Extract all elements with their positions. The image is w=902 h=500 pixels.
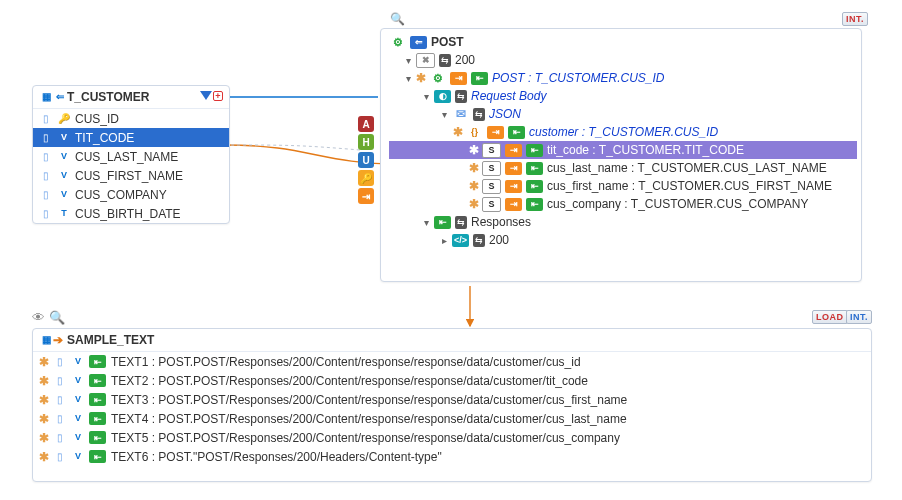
funnel-icon — [200, 91, 212, 100]
sample-row[interactable]: ✱▯V⇤TEXT1 : POST.POST/Responses/200/Cont… — [33, 352, 871, 371]
tool-u-icon[interactable]: U — [358, 152, 374, 168]
magnifier-icon[interactable]: 🔍 — [390, 12, 406, 28]
tree-node-200-top[interactable]: ▾ ✖ ⇆ 200 — [389, 51, 857, 69]
table-panel-sample-text[interactable]: ▦ ➔ SAMPLE_TEXT ✱▯V⇤TEXT1 : POST.POST/Re… — [32, 328, 872, 482]
out-icon: ⇥ — [487, 126, 504, 139]
code-icon: </> — [452, 234, 469, 247]
panel-title: ▦ ⇐ T_CUSTOMER + — [33, 86, 229, 109]
varchar-icon: V — [57, 169, 71, 183]
key-icon: 🔑 — [57, 112, 71, 126]
asterisk-icon: ✱ — [39, 431, 49, 445]
tool-a-icon[interactable]: A — [358, 116, 374, 132]
in-icon: ⇤ — [89, 431, 106, 444]
asterisk-icon: ✱ — [39, 412, 49, 426]
node-label: Responses — [471, 215, 531, 229]
asterisk-icon: ✱ — [469, 197, 479, 211]
column-icon: ▯ — [39, 131, 53, 145]
column-row-tit-code[interactable]: ▯ V TIT_CODE — [33, 128, 229, 147]
caret-icon: ▾ — [421, 217, 431, 228]
caret-icon: ▾ — [403, 73, 413, 84]
sample-row[interactable]: ✱▯V⇤TEXT3 : POST.POST/Responses/200/Cont… — [33, 390, 871, 409]
column-icon: ▯ — [39, 188, 53, 202]
node-label: cus_company : T_CUSTOMER.CUS_COMPANY — [547, 197, 808, 211]
node-label: Request Body — [471, 89, 546, 103]
tool-h-icon[interactable]: H — [358, 134, 374, 150]
tree-node-cus-first-name[interactable]: ✱ S ⇥ ⇤ cus_first_name : T_CUSTOMER.CUS_… — [389, 177, 857, 195]
in-icon: ⇤ — [526, 144, 543, 157]
tree-node-post-cusid[interactable]: ▾ ✱ ⚙ ⇥ ⇤ POST : T_CUSTOMER.CUS_ID — [389, 69, 857, 87]
sample-row[interactable]: ✱▯V⇤TEXT6 : POST."POST/Responses/200/Hea… — [33, 447, 871, 466]
tree-node-200-bottom[interactable]: ▸ </> ⇆ 200 — [389, 231, 857, 249]
sample-row[interactable]: ✱▯V⇤TEXT5 : POST.POST/Responses/200/Cont… — [33, 428, 871, 447]
toggle-icon: ⇆ — [455, 216, 467, 229]
table-icon: ▦ — [39, 333, 53, 347]
gear-icon: ⚙ — [389, 36, 406, 49]
in-icon: ⇤ — [89, 393, 106, 406]
resp-icon: ⇤ — [434, 216, 451, 229]
column-icon: ▯ — [53, 431, 67, 445]
sample-row[interactable]: ✱▯V⇤TEXT4 : POST.POST/Responses/200/Cont… — [33, 409, 871, 428]
column-icon: ▯ — [53, 374, 67, 388]
tree-node-responses[interactable]: ▾ ⇤ ⇆ Responses — [389, 213, 857, 231]
operation-tree: ⚙ ⇐ POST ▾ ✖ ⇆ 200 ▾ ✱ ⚙ ⇥ ⇤ POST : T_CU… — [381, 29, 861, 255]
in-icon: ⇤ — [89, 450, 106, 463]
tree-node-json[interactable]: ▾ ✉ ⇆ JSON — [389, 105, 857, 123]
caret-icon: ▾ — [421, 91, 431, 102]
tree-node-request-body[interactable]: ▾ ◐ ⇆ Request Body — [389, 87, 857, 105]
asterisk-icon: ✱ — [469, 143, 479, 157]
column-row-cus-birth-date[interactable]: ▯ T CUS_BIRTH_DATE — [33, 204, 229, 223]
in-icon: ⇤ — [471, 72, 488, 85]
column-name: CUS_FIRST_NAME — [75, 169, 183, 183]
column-row-cus-company[interactable]: ▯ V CUS_COMPANY — [33, 185, 229, 204]
in-icon: ⇤ — [89, 412, 106, 425]
eye-magnifier-icon[interactable]: 👁 🔍 — [32, 310, 65, 325]
rest-operation-panel[interactable]: ⚙ ⇐ POST ▾ ✖ ⇆ 200 ▾ ✱ ⚙ ⇥ ⇤ POST : T_CU… — [380, 28, 862, 282]
table-name: T_CUSTOMER — [67, 90, 149, 104]
column-icon: ▯ — [53, 355, 67, 369]
node-label: customer : T_CUSTOMER.CUS_ID — [529, 125, 718, 139]
table-name: SAMPLE_TEXT — [67, 333, 154, 347]
timestamp-icon: T — [57, 207, 71, 221]
varchar-icon: V — [71, 450, 85, 464]
table-panel-t-customer[interactable]: ▦ ⇐ T_CUSTOMER + ▯ 🔑 CUS_ID ▯ V TIT_CODE… — [32, 85, 230, 224]
out-icon: ⇥ — [505, 198, 522, 211]
filter-add-button[interactable]: + — [200, 91, 223, 101]
tree-node-cus-last-name[interactable]: ✱ S ⇥ ⇤ cus_last_name : T_CUSTOMER.CUS_L… — [389, 159, 857, 177]
column-row-cus-first-name[interactable]: ▯ V CUS_FIRST_NAME — [33, 166, 229, 185]
out-icon: ⇥ — [505, 180, 522, 193]
plus-icon: + — [213, 91, 223, 101]
arrow-right-icon: ➔ — [53, 333, 63, 347]
asterisk-icon: ✱ — [469, 161, 479, 175]
in-icon: ⇤ — [89, 355, 106, 368]
column-icon: ▯ — [39, 207, 53, 221]
sample-text: TEXT3 : POST.POST/Responses/200/Content/… — [111, 393, 627, 407]
tree-node-customer[interactable]: ✱ {} ⇥ ⇤ customer : T_CUSTOMER.CUS_ID — [389, 123, 857, 141]
sample-rows: ✱▯V⇤TEXT1 : POST.POST/Responses/200/Cont… — [33, 352, 871, 466]
tree-node-post[interactable]: ⚙ ⇐ POST — [389, 33, 857, 51]
asterisk-icon: ✱ — [39, 355, 49, 369]
sample-text: TEXT6 : POST."POST/Responses/200/Headers… — [111, 450, 442, 464]
diagram-canvas: ▦ ⇐ T_CUSTOMER + ▯ 🔑 CUS_ID ▯ V TIT_CODE… — [0, 0, 902, 500]
node-label: JSON — [489, 107, 521, 121]
varchar-icon: V — [71, 431, 85, 445]
export-icon[interactable]: ⇥ — [358, 188, 374, 204]
int-badge-2: INT. — [846, 310, 872, 324]
s-icon: S — [482, 179, 501, 194]
tree-node-tit-code[interactable]: ✱ S ⇥ ⇤ tit_code : T_CUSTOMER.TIT_CODE — [389, 141, 857, 159]
out-icon: ⇥ — [505, 144, 522, 157]
s-icon: S — [482, 197, 501, 212]
column-row-cus-id[interactable]: ▯ 🔑 CUS_ID — [33, 109, 229, 128]
column-icon: ▯ — [39, 169, 53, 183]
x-icon: ✖ — [416, 53, 435, 68]
asterisk-icon: ✱ — [453, 125, 463, 139]
sample-row[interactable]: ✱▯V⇤TEXT2 : POST.POST/Responses/200/Cont… — [33, 371, 871, 390]
tree-node-cus-company[interactable]: ✱ S ⇥ ⇤ cus_company : T_CUSTOMER.CUS_COM… — [389, 195, 857, 213]
s-icon: S — [482, 143, 501, 158]
varchar-icon: V — [71, 374, 85, 388]
sample-text: TEXT1 : POST.POST/Responses/200/Content/… — [111, 355, 581, 369]
asterisk-icon: ✱ — [416, 71, 426, 85]
varchar-icon: V — [57, 188, 71, 202]
column-row-cus-last-name[interactable]: ▯ V CUS_LAST_NAME — [33, 147, 229, 166]
key-icon[interactable]: 🔑 — [358, 170, 374, 186]
braces-icon: {} — [466, 126, 483, 139]
